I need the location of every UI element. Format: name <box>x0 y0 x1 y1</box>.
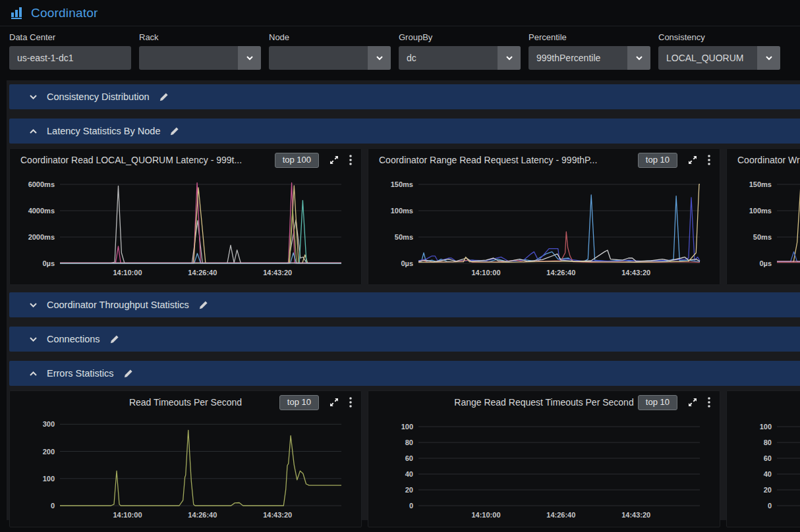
expand-icon[interactable] <box>688 155 697 165</box>
svg-text:200: 200 <box>43 448 55 456</box>
section-row-latency-statistics[interactable]: Latency Statistics By Node <box>9 119 800 144</box>
filter-label-rack: Rack <box>139 32 261 42</box>
svg-text:14:26:40: 14:26:40 <box>188 269 217 277</box>
svg-text:60: 60 <box>405 454 413 462</box>
latency-chart: 0µs50ms100ms150ms14:10:0014:26:4014:43:2… <box>727 171 800 283</box>
latency-chart: 0µs2000ms4000ms6000ms14:10:0014:26:4014:… <box>10 171 362 283</box>
svg-text:14:10:00: 14:10:00 <box>471 269 500 277</box>
svg-text:40: 40 <box>764 470 772 478</box>
filter-label-data-center: Data Center <box>9 32 131 42</box>
rack-select[interactable] <box>139 46 261 70</box>
panel-range-read-timeouts: Range Read Request Timeouts Per Second t… <box>368 390 720 527</box>
timeouts-chart: 010020030014:10:0014:26:4014:43:20 <box>10 413 362 525</box>
timeouts-chart: 02040608010014:10:0014:26:4014:43:20 <box>727 413 800 525</box>
svg-text:0µs: 0µs <box>401 259 413 267</box>
svg-text:150ms: 150ms <box>391 180 413 188</box>
chevron-down-icon <box>368 46 391 70</box>
bar-chart-icon <box>11 7 25 19</box>
svg-text:20: 20 <box>764 486 772 494</box>
edit-pencil-icon[interactable] <box>169 126 179 136</box>
panel-errors-third: 02040608010014:10:0014:26:4014:43:20 <box>726 390 800 527</box>
edit-pencil-icon[interactable] <box>159 92 169 102</box>
percentile-select[interactable]: 999thPercentile <box>529 46 650 70</box>
svg-text:14:10:00: 14:10:00 <box>471 511 500 519</box>
svg-text:0µs: 0µs <box>759 259 772 267</box>
panel-title[interactable]: Coordinator Range Read Request Latency -… <box>379 149 621 171</box>
errors-panels-row: Read Timeouts Per Second top 10 01002003… <box>9 390 800 527</box>
kebab-menu-icon[interactable] <box>349 155 352 165</box>
panel-title[interactable] <box>737 391 800 413</box>
svg-text:300: 300 <box>43 420 55 428</box>
chevron-down-icon <box>498 46 521 70</box>
section-row-throughput[interactable]: Coordinator Throughput Statistics <box>9 292 800 317</box>
latency-panels-row: Coordinator Read LOCAL_QUORUM Latency - … <box>9 148 800 285</box>
svg-text:0: 0 <box>51 502 55 510</box>
consistency-select[interactable]: LOCAL_QUORUM <box>658 46 780 70</box>
panel-range-read-latency: Coordinator Range Read Request Latency -… <box>368 148 720 285</box>
percentile-value: 999thPercentile <box>529 46 627 70</box>
filter-label-groupby: GroupBy <box>399 32 521 42</box>
svg-text:20: 20 <box>405 486 413 494</box>
expand-icon[interactable] <box>688 398 697 407</box>
chevron-up-icon[interactable] <box>29 371 38 377</box>
edit-pencil-icon[interactable] <box>123 369 133 379</box>
node-select[interactable] <box>269 46 391 70</box>
svg-text:14:26:40: 14:26:40 <box>546 269 575 277</box>
panel-badge[interactable]: top 10 <box>638 395 677 410</box>
chevron-down-icon <box>238 46 261 70</box>
groupby-select[interactable]: dc <box>399 46 521 70</box>
dashboard-body: Consistency Distribution Latency Statist… <box>7 80 800 520</box>
svg-text:14:43:20: 14:43:20 <box>621 511 650 519</box>
panel-write-latency: Coordinator Wri 0µs50ms100ms150ms14:10:0… <box>726 148 800 285</box>
kebab-menu-icon[interactable] <box>349 397 352 408</box>
svg-text:80: 80 <box>405 439 413 446</box>
svg-text:100ms: 100ms <box>391 207 413 215</box>
chevron-down-icon <box>627 46 650 70</box>
chevron-up-icon[interactable] <box>29 128 38 134</box>
svg-text:150ms: 150ms <box>749 180 772 188</box>
svg-text:14:26:40: 14:26:40 <box>188 511 217 519</box>
expand-icon[interactable] <box>329 155 339 165</box>
panel-title[interactable]: Coordinator Wri <box>737 149 800 171</box>
panel-badge[interactable]: top 10 <box>279 395 319 410</box>
svg-text:80: 80 <box>764 439 772 446</box>
svg-text:100ms: 100ms <box>749 207 772 215</box>
svg-text:14:10:00: 14:10:00 <box>113 269 142 277</box>
section-row-consistency-distribution[interactable]: Consistency Distribution <box>9 84 800 109</box>
svg-text:0µs: 0µs <box>42 259 55 267</box>
kebab-menu-icon[interactable] <box>708 155 710 165</box>
section-title: Latency Statistics By Node <box>47 126 160 136</box>
svg-text:2000ms: 2000ms <box>28 233 55 241</box>
top-nav-bar: Coordinator <box>0 0 800 26</box>
data-center-input[interactable]: ✕ <box>9 46 131 70</box>
panel-read-latency: Coordinator Read LOCAL_QUORUM Latency - … <box>9 148 362 285</box>
svg-text:4000ms: 4000ms <box>28 207 55 215</box>
svg-text:14:43:20: 14:43:20 <box>263 269 292 277</box>
dashboard-title[interactable]: Coordinator <box>31 6 98 20</box>
filter-label-consistency: Consistency <box>658 32 780 42</box>
rack-value <box>139 46 238 70</box>
section-title: Consistency Distribution <box>47 92 150 102</box>
filter-label-percentile: Percentile <box>529 32 650 42</box>
expand-icon[interactable] <box>329 398 339 407</box>
chevron-down-icon[interactable] <box>29 302 38 308</box>
data-center-value[interactable] <box>9 46 131 70</box>
chevron-down-icon[interactable] <box>29 94 38 100</box>
kebab-menu-icon[interactable] <box>708 397 710 408</box>
svg-text:100: 100 <box>760 423 772 431</box>
chevron-down-icon[interactable] <box>29 336 38 342</box>
svg-text:100: 100 <box>401 423 413 431</box>
section-row-connections[interactable]: Connections <box>9 327 800 352</box>
panel-badge[interactable]: top 100 <box>275 153 319 168</box>
edit-pencil-icon[interactable] <box>109 334 119 344</box>
svg-text:14:43:20: 14:43:20 <box>263 511 292 519</box>
svg-text:14:10:00: 14:10:00 <box>113 511 142 519</box>
groupby-value: dc <box>399 46 498 70</box>
section-row-errors-statistics[interactable]: Errors Statistics <box>9 361 800 386</box>
panel-title[interactable]: Coordinator Read LOCAL_QUORUM Latency - … <box>20 149 262 171</box>
section-title: Errors Statistics <box>47 368 114 379</box>
svg-text:0: 0 <box>409 502 413 510</box>
svg-text:60: 60 <box>764 454 772 462</box>
panel-badge[interactable]: top 10 <box>638 153 677 168</box>
edit-pencil-icon[interactable] <box>198 300 208 310</box>
